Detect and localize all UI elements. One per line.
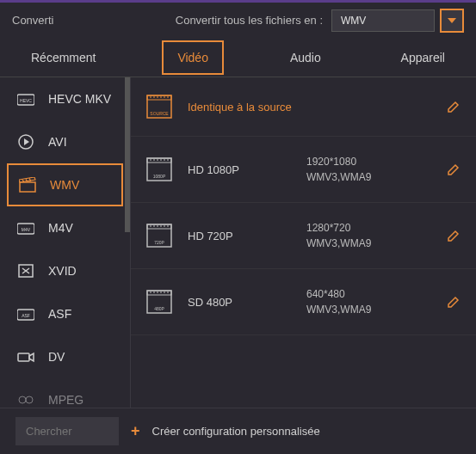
preset-resolution: 1280*720 bbox=[306, 220, 431, 236]
sidebar-item-label: AVI bbox=[48, 135, 67, 149]
sidebar-item-label: MPEG bbox=[48, 393, 83, 407]
xvid-icon bbox=[17, 263, 34, 279]
clapperboard-icon bbox=[19, 177, 36, 193]
edit-icon[interactable] bbox=[447, 295, 461, 309]
preset-720p[interactable]: 720P HD 720P 1280*720 WMV3,WMA9 bbox=[131, 203, 476, 269]
asf-icon: ASF bbox=[17, 306, 34, 322]
sidebar-item-label: XVID bbox=[48, 264, 77, 278]
edit-icon[interactable] bbox=[447, 229, 461, 242]
hevc-icon: HEVC bbox=[17, 91, 34, 107]
sidebar-item-label: M4V bbox=[48, 221, 73, 235]
svg-point-10 bbox=[19, 396, 26, 403]
preset-codecs: WMV3,WMA9 bbox=[306, 236, 431, 251]
m4v-icon: M4V bbox=[17, 220, 34, 236]
edit-icon[interactable] bbox=[447, 100, 461, 114]
preset-info: 1280*720 WMV3,WMA9 bbox=[306, 220, 431, 251]
preset-codecs: WMV3,WMA9 bbox=[306, 302, 431, 317]
sidebar-item-avi[interactable]: AVI bbox=[0, 120, 130, 163]
svg-text:SOURCE: SOURCE bbox=[150, 111, 169, 116]
preset-info: 1920*1080 WMV3,WMA9 bbox=[306, 154, 431, 185]
sidebar-item-xvid[interactable]: XVID bbox=[0, 249, 130, 292]
sidebar-item-label: HEVC MKV bbox=[48, 92, 111, 106]
svg-text:480P: 480P bbox=[154, 306, 164, 311]
format-sidebar: HEVC HEVC MKV AVI WMV M4V M4V XVID ASF A… bbox=[0, 77, 131, 408]
create-custom-config[interactable]: Créer configuration personnalisée bbox=[152, 425, 320, 438]
convert-all-label: Convertir tous les fichiers en : bbox=[176, 14, 323, 27]
gear-icon bbox=[17, 392, 34, 408]
source-icon: SOURCE bbox=[146, 95, 172, 119]
sidebar-item-wmv[interactable]: WMV bbox=[7, 163, 123, 206]
preset-codecs: WMV3,WMA9 bbox=[306, 169, 431, 185]
preset-resolution: 1920*1080 bbox=[306, 154, 431, 169]
chevron-down-icon bbox=[448, 18, 456, 23]
preset-info: 640*480 WMV3,WMA9 bbox=[306, 286, 431, 317]
svg-point-11 bbox=[26, 396, 33, 403]
preset-list: SOURCE Identique à la source 1080P HD 10… bbox=[131, 77, 476, 408]
svg-text:720P: 720P bbox=[154, 240, 164, 245]
preset-source[interactable]: SOURCE Identique à la source bbox=[131, 77, 476, 137]
film-1080p-icon: 1080P bbox=[146, 157, 172, 181]
preset-480p[interactable]: 480P SD 480P 640*480 WMV3,WMA9 bbox=[131, 269, 476, 335]
tab-recent[interactable]: Récemment bbox=[17, 40, 109, 75]
sidebar-item-hevc-mkv[interactable]: HEVC HEVC MKV bbox=[0, 77, 130, 120]
sidebar-item-m4v[interactable]: M4V M4V bbox=[0, 206, 130, 249]
preset-name: Identique à la source bbox=[188, 101, 431, 114]
edit-icon[interactable] bbox=[447, 163, 461, 176]
preset-1080p[interactable]: 1080P HD 1080P 1920*1080 WMV3,WMA9 bbox=[131, 137, 476, 203]
play-circle-icon bbox=[17, 134, 34, 150]
sidebar-scrollbar[interactable] bbox=[125, 77, 130, 232]
svg-text:M4V: M4V bbox=[22, 227, 31, 232]
sidebar-item-dv[interactable]: DV bbox=[0, 335, 130, 378]
sidebar-item-asf[interactable]: ASF ASF bbox=[0, 292, 130, 335]
svg-text:1080P: 1080P bbox=[153, 174, 166, 179]
sidebar-item-mpeg[interactable]: MPEG bbox=[0, 378, 130, 421]
preset-name: HD 720P bbox=[188, 230, 291, 242]
sidebar-item-label: DV bbox=[48, 350, 65, 364]
svg-rect-9 bbox=[18, 353, 29, 361]
svg-rect-3 bbox=[20, 182, 35, 192]
plus-icon: + bbox=[131, 422, 140, 440]
tab-video[interactable]: Vidéo bbox=[162, 40, 224, 75]
preset-resolution: 640*480 bbox=[306, 286, 431, 302]
converti-tab[interactable]: Converti bbox=[12, 14, 53, 27]
sidebar-item-label: ASF bbox=[48, 307, 71, 321]
svg-text:ASF: ASF bbox=[22, 313, 30, 318]
preset-name: HD 1080P bbox=[188, 163, 291, 176]
camera-icon bbox=[17, 349, 34, 365]
film-480p-icon: 480P bbox=[146, 290, 172, 314]
tab-device[interactable]: Appareil bbox=[387, 40, 459, 75]
format-select[interactable]: WMV bbox=[331, 9, 464, 33]
format-select-arrow[interactable] bbox=[440, 9, 464, 33]
format-select-value: WMV bbox=[331, 9, 435, 32]
svg-text:HEVC: HEVC bbox=[20, 98, 32, 103]
preset-name: SD 480P bbox=[188, 296, 291, 309]
film-720p-icon: 720P bbox=[146, 224, 172, 248]
sidebar-item-label: WMV bbox=[50, 178, 79, 192]
tab-audio[interactable]: Audio bbox=[276, 40, 335, 75]
